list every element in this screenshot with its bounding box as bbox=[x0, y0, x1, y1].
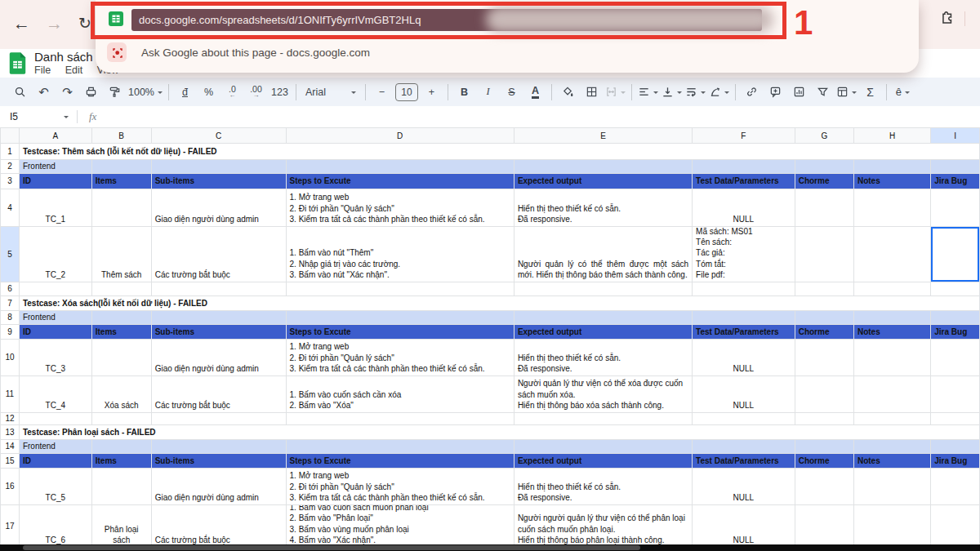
cell-F11[interactable]: NULL bbox=[693, 376, 795, 413]
cell-A15[interactable]: ID bbox=[19, 454, 91, 469]
cell-C15[interactable]: Sub-items bbox=[151, 454, 286, 469]
cell-F2[interactable] bbox=[693, 160, 795, 174]
cell-H17[interactable] bbox=[853, 505, 930, 545]
cell-B8[interactable] bbox=[91, 311, 151, 325]
cell-I10[interactable] bbox=[931, 340, 980, 376]
create-filter-icon[interactable] bbox=[811, 82, 835, 103]
cell-F4[interactable]: NULL bbox=[693, 189, 795, 227]
cell-D16[interactable]: 1. Mở trang web2. Đi tới phần "Quản lý s… bbox=[286, 469, 514, 505]
cell-D15[interactable]: Steps to Excute bbox=[286, 454, 514, 469]
cell-F5[interactable]: Mã sách: MS01Tên sách:Tác giả:Tóm tắt:Fi… bbox=[693, 227, 795, 282]
search-icon[interactable] bbox=[8, 82, 32, 103]
cell-F10[interactable]: NULL bbox=[693, 340, 795, 376]
cell-E4[interactable]: Hiển thị theo thiết kế có sẵn.Đã respons… bbox=[514, 189, 692, 227]
cell-C12[interactable] bbox=[151, 413, 286, 425]
cell-A11[interactable]: TC_4 bbox=[19, 376, 91, 413]
cell-H9[interactable]: Notes bbox=[853, 325, 930, 340]
table-views-icon[interactable] bbox=[835, 82, 858, 103]
bold-button[interactable]: B bbox=[452, 82, 476, 103]
reload-icon[interactable]: ↻ bbox=[78, 11, 91, 36]
cell-A3[interactable]: ID bbox=[19, 174, 91, 189]
cell-I11[interactable] bbox=[931, 376, 980, 413]
row-header-16[interactable]: 16 bbox=[1, 469, 20, 505]
cell-C2[interactable] bbox=[151, 160, 286, 174]
cell-C16[interactable]: Giao diện người dùng admin bbox=[151, 469, 286, 505]
cell-E8[interactable] bbox=[514, 311, 692, 325]
paint-format-icon[interactable] bbox=[103, 82, 127, 103]
cell-B3[interactable]: Items bbox=[91, 174, 151, 189]
cell-B9[interactable]: Items bbox=[91, 325, 151, 340]
text-rotation-icon[interactable] bbox=[707, 82, 731, 103]
cell-A1[interactable]: Testcase: Thêm sách (lỗi kết nốt dữ liệu… bbox=[19, 144, 979, 160]
fill-color-icon[interactable] bbox=[556, 82, 580, 103]
cell-B17[interactable]: Phân loại sách bbox=[91, 505, 151, 545]
cell-F16[interactable]: NULL bbox=[693, 469, 795, 505]
font-select[interactable]: Arial bbox=[301, 82, 361, 103]
row-header-1[interactable]: 1 bbox=[1, 144, 20, 160]
cell-I14[interactable] bbox=[931, 440, 980, 454]
back-icon[interactable]: ← bbox=[13, 11, 30, 36]
merge-cells-icon[interactable] bbox=[604, 82, 627, 103]
cell-A4[interactable]: TC_1 bbox=[19, 189, 91, 227]
cell-I8[interactable] bbox=[931, 311, 980, 325]
row-header-2[interactable]: 2 bbox=[1, 160, 20, 174]
cell-D6[interactable] bbox=[286, 282, 514, 296]
cell-D2[interactable] bbox=[286, 160, 514, 174]
cell-A10[interactable]: TC_3 bbox=[19, 340, 91, 376]
row-header-12[interactable]: 12 bbox=[1, 413, 20, 425]
cell-H16[interactable] bbox=[853, 469, 930, 505]
cell-F3[interactable]: Test Data/Parameters bbox=[693, 174, 795, 189]
cell-B15[interactable]: Items bbox=[91, 454, 151, 469]
cell-E16[interactable]: Hiển thị theo thiết kế có sẵn.Đã respons… bbox=[514, 469, 692, 505]
cell-H14[interactable] bbox=[853, 440, 930, 454]
row-header-7[interactable]: 7 bbox=[1, 296, 20, 311]
row-header-6[interactable]: 6 bbox=[1, 282, 20, 296]
select-all-corner[interactable] bbox=[1, 128, 20, 144]
cell-E5[interactable]: Người quản lý có thể thêm được một sách … bbox=[514, 227, 692, 282]
cell-B6[interactable] bbox=[91, 282, 151, 296]
cell-E17[interactable]: Người người quản lý thư viện có thể phân… bbox=[514, 505, 692, 545]
cell-H5[interactable] bbox=[853, 227, 930, 282]
strikethrough-button[interactable]: S bbox=[500, 82, 523, 103]
cell-C9[interactable]: Sub-items bbox=[151, 325, 286, 340]
extensions-icon[interactable] bbox=[938, 10, 954, 29]
cell-F12[interactable] bbox=[693, 413, 795, 425]
decrease-decimals-button[interactable]: .0← bbox=[220, 82, 244, 103]
menu-file[interactable]: File bbox=[34, 64, 51, 76]
font-size-input[interactable]: 10 bbox=[394, 82, 420, 103]
scrollbar-thumb[interactable] bbox=[23, 545, 640, 550]
cell-I6[interactable] bbox=[931, 282, 980, 296]
cell-A14[interactable]: Frontend bbox=[19, 440, 91, 454]
row-header-10[interactable]: 10 bbox=[1, 340, 20, 376]
cell-C14[interactable] bbox=[151, 440, 286, 454]
cell-D3[interactable]: Steps to Excute bbox=[286, 174, 514, 189]
cell-D4[interactable]: 1. Mở trang web2. Đi tới phần "Quản lý s… bbox=[286, 189, 514, 227]
column-header-A[interactable]: A bbox=[19, 128, 91, 144]
cell-I2[interactable] bbox=[931, 160, 980, 174]
cell-D14[interactable] bbox=[286, 440, 514, 454]
cell-G11[interactable] bbox=[795, 376, 853, 413]
cell-C5[interactable]: Các trường bắt buộc bbox=[151, 227, 286, 282]
cell-I15[interactable]: Jira Bug bbox=[931, 454, 980, 469]
cell-G15[interactable]: Chorme bbox=[795, 454, 853, 469]
column-header-F[interactable]: F bbox=[693, 128, 795, 144]
cell-G6[interactable] bbox=[795, 282, 853, 296]
cell-E3[interactable]: Expected output bbox=[514, 174, 692, 189]
cell-F14[interactable] bbox=[693, 440, 795, 454]
column-header-E[interactable]: E bbox=[514, 128, 692, 144]
cell-D11[interactable]: 1. Bấm vào cuốn sách cần xóa2. Bấm vào "… bbox=[286, 376, 514, 413]
cell-I16[interactable] bbox=[931, 469, 980, 505]
cell-D9[interactable]: Steps to Excute bbox=[286, 325, 514, 340]
row-header-14[interactable]: 14 bbox=[1, 440, 20, 454]
cell-H12[interactable] bbox=[853, 413, 930, 425]
column-header-C[interactable]: C bbox=[151, 128, 286, 144]
column-header-D[interactable]: D bbox=[286, 128, 514, 144]
cell-E12[interactable] bbox=[514, 413, 692, 425]
column-header-H[interactable]: H bbox=[853, 128, 930, 144]
undo-icon[interactable]: ↶ bbox=[32, 82, 56, 103]
cell-C4[interactable]: Giao diện người dùng admin bbox=[151, 189, 286, 227]
redo-icon[interactable]: ↷ bbox=[56, 82, 79, 103]
more-formats-button[interactable]: 123 bbox=[268, 82, 292, 103]
cell-D17[interactable]: 1. Bấm vào cuốn sách muốn phân loại2. Bấ… bbox=[286, 505, 514, 545]
cell-G8[interactable] bbox=[795, 311, 853, 325]
